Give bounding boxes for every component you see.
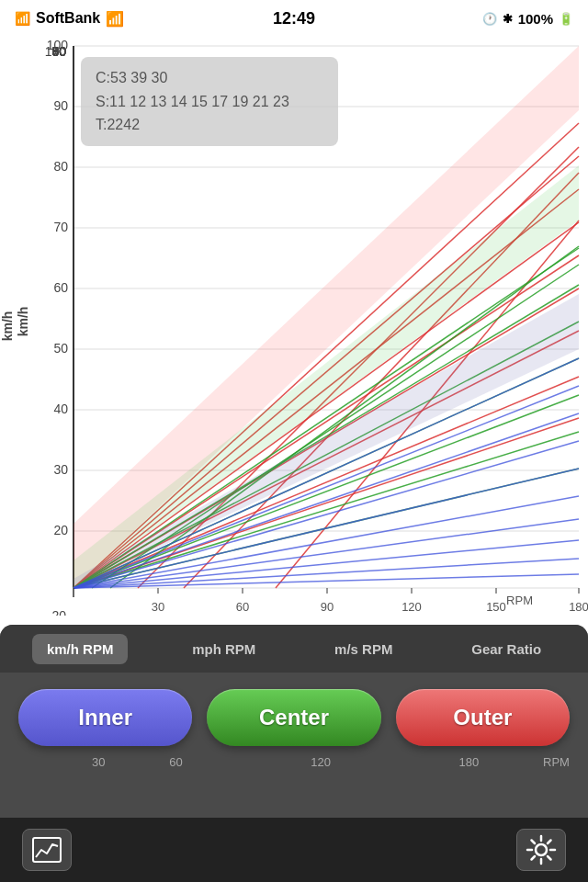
- svg-text:km/h: km/h: [16, 307, 30, 337]
- battery-label: 100%: [518, 11, 553, 27]
- svg-rect-70: [33, 838, 61, 862]
- clock-icon: 🕐: [482, 12, 497, 26]
- svg-line-79: [532, 856, 536, 860]
- status-right: 🕐 ✱ 100% 🔋: [482, 11, 573, 27]
- chart-button[interactable]: [22, 829, 72, 871]
- gear-icon: [526, 834, 557, 865]
- tab-ms-rpm[interactable]: m/s RPM: [320, 634, 407, 664]
- settings-button[interactable]: [516, 829, 566, 871]
- svg-line-77: [548, 856, 551, 860]
- tab-gear-ratio[interactable]: Gear Ratio: [457, 634, 556, 664]
- sprocket-info: S:11 12 13 14 15 17 19 21 23: [96, 90, 323, 114]
- svg-point-71: [536, 844, 547, 855]
- svg-text:30: 30: [53, 462, 68, 477]
- svg-text:180: 180: [569, 600, 588, 614]
- inner-button[interactable]: Inner: [18, 689, 192, 746]
- battery-icon: 🔋: [559, 12, 573, 26]
- svg-text:40: 40: [53, 401, 68, 416]
- svg-text:70: 70: [53, 220, 68, 234]
- rpm-30: 30: [92, 755, 105, 769]
- rpm-label-row: 30 60 120 180 RPM: [0, 755, 588, 778]
- svg-line-78: [548, 841, 551, 844]
- status-left: 📶 SoftBank 📶: [15, 10, 124, 28]
- signal-icon: 📶: [15, 11, 30, 26]
- tab-bar: km/h RPM mph RPM m/s RPM Gear Ratio: [0, 625, 588, 673]
- rpm-180: 180: [459, 755, 480, 769]
- outer-button[interactable]: Outer: [396, 689, 570, 746]
- bottom-panel: km/h RPM mph RPM m/s RPM Gear Ratio Inne…: [0, 625, 588, 818]
- svg-text:50: 50: [53, 341, 68, 356]
- svg-text:60: 60: [236, 600, 249, 614]
- chart-icon: [32, 837, 62, 863]
- chart-area: 100 90 80 70 60 50 40 30 20 km/h: [0, 37, 588, 616]
- buttons-row: Inner Center Outer: [0, 673, 588, 755]
- info-box: C:53 39 30 S:11 12 13 14 15 17 19 21 23 …: [81, 57, 338, 146]
- carrier-label: SoftBank: [36, 10, 100, 27]
- bottom-toolbar: [0, 818, 588, 882]
- rpm-120: 120: [311, 755, 331, 769]
- svg-text:30: 30: [152, 600, 164, 614]
- rpm-unit: RPM: [543, 755, 570, 769]
- svg-text:100: 100: [47, 38, 69, 52]
- rpm-60: 60: [169, 755, 182, 769]
- svg-text:90: 90: [53, 98, 68, 113]
- tab-mph-rpm[interactable]: mph RPM: [177, 634, 270, 664]
- svg-text:120: 120: [401, 600, 422, 614]
- svg-text:RPM: RPM: [506, 594, 533, 607]
- svg-text:20: 20: [53, 523, 68, 537]
- svg-text:80: 80: [53, 159, 68, 174]
- wifi-icon: 📶: [106, 10, 124, 28]
- svg-line-76: [532, 841, 536, 844]
- svg-text:90: 90: [321, 600, 334, 614]
- total-info: T:2242: [96, 113, 323, 137]
- center-button[interactable]: Center: [207, 689, 380, 746]
- bluetooth-icon: ✱: [503, 12, 513, 26]
- status-time: 12:49: [273, 9, 315, 28]
- status-bar: 📶 SoftBank 📶 12:49 🕐 ✱ 100% 🔋: [0, 0, 588, 37]
- chainring-info: C:53 39 30: [96, 66, 323, 90]
- svg-text:60: 60: [53, 280, 68, 295]
- svg-text:150: 150: [486, 600, 506, 614]
- tab-kmh-rpm[interactable]: km/h RPM: [32, 634, 129, 664]
